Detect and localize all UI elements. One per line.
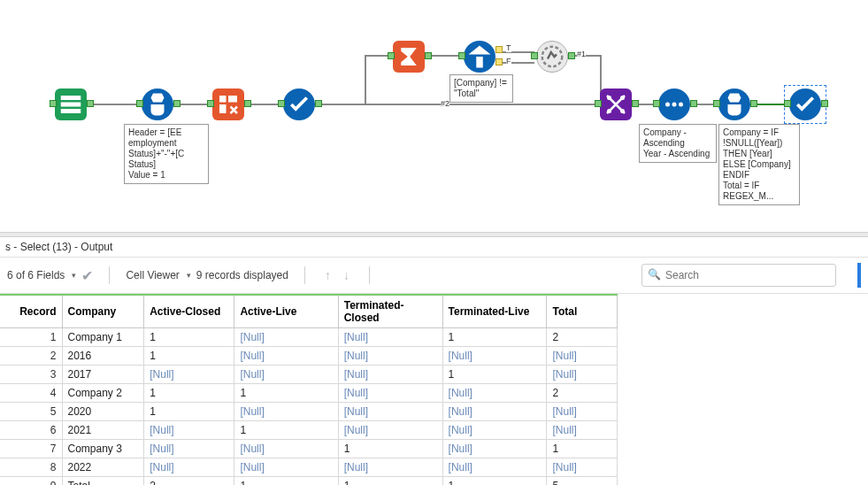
col-record[interactable]: Record xyxy=(0,295,62,328)
table-row[interactable]: 32017[Null][Null][Null]1[Null] xyxy=(0,366,618,384)
input-anchor[interactable] xyxy=(653,100,660,107)
cell[interactable]: [Null] xyxy=(547,403,618,421)
cell[interactable]: 2021 xyxy=(62,421,144,440)
cell[interactable]: 2017 xyxy=(62,366,144,384)
cell[interactable]: [Null] xyxy=(338,366,442,384)
cell[interactable]: 1 xyxy=(338,477,442,486)
output-anchor[interactable] xyxy=(632,100,639,107)
cell[interactable]: 1 xyxy=(442,366,547,384)
cell[interactable]: [Null] xyxy=(338,403,442,421)
union-tool[interactable] xyxy=(600,89,632,120)
table-row[interactable]: 7Company 3[Null][Null]1[Null]1 xyxy=(0,440,618,458)
cell[interactable]: [Null] xyxy=(338,384,442,403)
cell[interactable]: [Null] xyxy=(547,421,618,440)
prev-record-button[interactable]: ↑ xyxy=(321,268,334,282)
select-tool-2[interactable] xyxy=(789,89,821,120)
cell[interactable]: 2020 xyxy=(62,403,144,421)
cell[interactable]: 1 xyxy=(547,440,618,458)
cell[interactable]: Total xyxy=(62,477,144,486)
cell[interactable]: [Null] xyxy=(338,421,442,440)
cell[interactable]: 1 xyxy=(234,477,338,486)
cell[interactable]: 1 xyxy=(338,440,442,458)
cell[interactable]: [Null] xyxy=(442,347,547,366)
row-number[interactable]: 7 xyxy=(0,440,62,458)
cell[interactable]: [Null] xyxy=(442,458,547,477)
row-number[interactable]: 6 xyxy=(0,421,62,440)
output-anchor[interactable] xyxy=(690,100,697,107)
formula-tool-1[interactable] xyxy=(142,89,173,120)
cell[interactable]: [Null] xyxy=(338,347,442,366)
cell[interactable]: [Null] xyxy=(338,328,442,347)
select-tool-1[interactable] xyxy=(283,89,315,120)
cell[interactable]: 1 xyxy=(442,328,547,347)
output-anchor[interactable] xyxy=(821,100,828,107)
table-row[interactable]: 9Total21115 xyxy=(0,477,618,486)
cell[interactable]: 1 xyxy=(234,421,338,440)
formula-tool-2[interactable] xyxy=(718,89,750,120)
cell[interactable]: [Null] xyxy=(234,328,338,347)
cellviewer-dropdown[interactable]: ▾ xyxy=(187,271,191,280)
input-anchor[interactable] xyxy=(784,100,791,107)
col-terminated-closed[interactable]: Terminated-Closed xyxy=(338,295,442,328)
row-number[interactable]: 2 xyxy=(0,347,62,366)
output-anchor[interactable] xyxy=(425,52,432,59)
output-anchor[interactable] xyxy=(173,100,181,107)
false-anchor[interactable] xyxy=(495,58,503,65)
output-anchor[interactable] xyxy=(244,100,251,107)
cell[interactable]: [Null] xyxy=(144,440,234,458)
input-anchor[interactable] xyxy=(595,100,602,107)
input-anchor[interactable] xyxy=(531,52,538,59)
cell[interactable]: Company 1 xyxy=(62,328,144,347)
cell[interactable]: 2 xyxy=(547,384,618,403)
cell[interactable]: [Null] xyxy=(547,347,618,366)
cell[interactable]: [Null] xyxy=(234,366,338,384)
row-number[interactable]: 5 xyxy=(0,403,62,421)
cell[interactable]: [Null] xyxy=(234,458,338,477)
cell[interactable]: [Null] xyxy=(547,458,618,477)
cell[interactable]: Company 2 xyxy=(62,384,144,403)
filter-tool[interactable] xyxy=(464,41,495,73)
table-row[interactable]: 1Company 11[Null][Null]12 xyxy=(0,328,618,347)
col-total[interactable]: Total xyxy=(547,295,618,328)
output-anchor[interactable] xyxy=(87,100,94,107)
table-row[interactable]: 4Company 211[Null][Null]2 xyxy=(0,384,618,403)
container-tool[interactable] xyxy=(536,41,568,73)
input-data-tool[interactable] xyxy=(55,89,87,120)
row-number[interactable]: 4 xyxy=(0,384,62,403)
workflow-canvas[interactable]: T F #1 #2 Header = [EE employment Status… xyxy=(0,0,868,232)
table-row[interactable]: 220161[Null][Null][Null][Null] xyxy=(0,347,618,366)
cell[interactable]: [Null] xyxy=(144,458,234,477)
input-anchor[interactable] xyxy=(388,52,395,59)
cell[interactable]: [Null] xyxy=(234,347,338,366)
cell[interactable]: 1 xyxy=(234,384,338,403)
table-row[interactable]: 520201[Null][Null][Null][Null] xyxy=(0,403,618,421)
col-active-closed[interactable]: Active-Closed xyxy=(144,295,234,328)
cell[interactable]: 1 xyxy=(144,347,234,366)
cell[interactable]: [Null] xyxy=(442,440,547,458)
cell[interactable]: 1 xyxy=(442,477,547,486)
cell[interactable]: [Null] xyxy=(442,421,547,440)
search-input[interactable] xyxy=(641,264,836,287)
crosstab-tool[interactable] xyxy=(212,89,244,120)
row-number[interactable]: 8 xyxy=(0,458,62,477)
next-record-button[interactable]: ↓ xyxy=(340,268,353,282)
output-anchor[interactable] xyxy=(750,100,757,107)
cell[interactable]: [Null] xyxy=(144,366,234,384)
output-anchor[interactable] xyxy=(315,100,322,107)
cell[interactable]: [Null] xyxy=(234,440,338,458)
cell[interactable]: 2 xyxy=(144,477,234,486)
input-anchor[interactable] xyxy=(207,100,214,107)
true-anchor[interactable] xyxy=(495,46,503,53)
col-active-live[interactable]: Active-Live xyxy=(234,295,338,328)
cell[interactable]: [Null] xyxy=(338,458,442,477)
cell[interactable]: [Null] xyxy=(234,403,338,421)
input-anchor[interactable] xyxy=(278,100,285,107)
input-anchor[interactable] xyxy=(458,52,465,59)
col-terminated-live[interactable]: Terminated-Live xyxy=(442,295,547,328)
cell[interactable]: [Null] xyxy=(547,366,618,384)
table-row[interactable]: 62021[Null]1[Null][Null][Null] xyxy=(0,421,618,440)
cell[interactable]: 1 xyxy=(144,328,234,347)
summarize-tool[interactable] xyxy=(393,41,425,73)
input-anchor[interactable] xyxy=(136,100,143,107)
cell[interactable]: [Null] xyxy=(442,384,547,403)
